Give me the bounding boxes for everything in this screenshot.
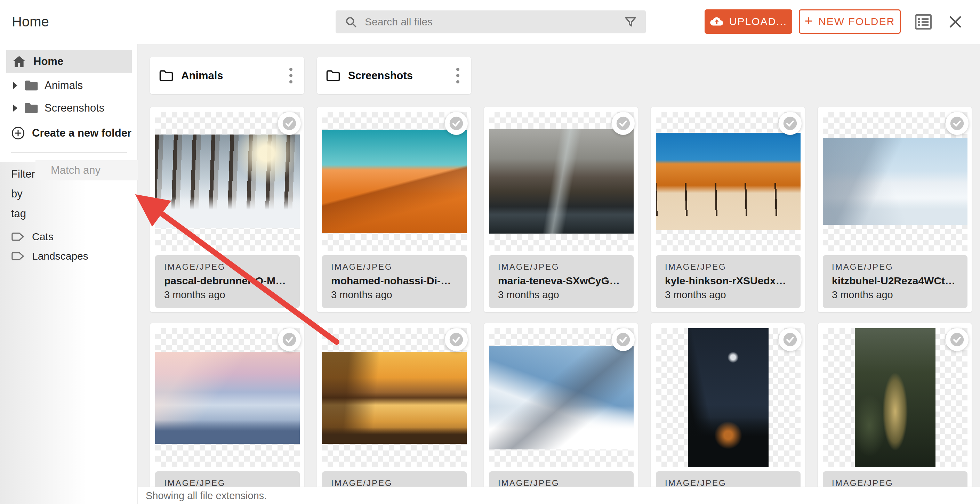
home-icon [13,55,26,68]
select-check-button[interactable] [946,112,969,135]
file-card[interactable]: IMAGE/JPEG [818,323,972,504]
plus-circle-icon [11,126,25,140]
search-bar[interactable] [336,10,646,33]
footer-status-bar: Showing all file extensions. [138,487,980,504]
upload-button[interactable]: UPLOAD... [705,10,792,34]
select-check-button[interactable] [445,112,468,135]
files-grid: IMAGE/JPEG pascal-debrunner-O-MGsHpNKgI.… [150,107,972,504]
file-thumb [688,328,768,467]
file-card[interactable]: IMAGE/JPEG maria-teneva-SXwCyG4FoPk-uns.… [484,107,638,313]
list-view-button[interactable] [914,13,933,31]
tag-icon [11,232,24,242]
folder-outline-icon [326,70,340,82]
match-any-value: Match any [51,164,100,176]
thumbnail-area [489,112,634,251]
select-check-button[interactable] [445,328,468,351]
file-type: IMAGE/JPEG [498,262,625,272]
file-info-panel: IMAGE/JPEG maria-teneva-SXwCyG4FoPk-uns.… [489,255,634,308]
folder-icon [24,80,38,91]
select-check-button[interactable] [779,328,802,351]
plus-icon: + [805,13,813,29]
thumbnail-area [155,328,300,467]
file-card[interactable]: IMAGE/JPEG kyle-hinkson-rXSUedxSyIs-unsp… [651,107,805,313]
sidebar-item-screenshots[interactable]: Screenshots [6,99,104,118]
file-type: IMAGE/JPEG [331,262,458,272]
close-button[interactable] [946,13,965,31]
kebab-menu-button[interactable] [453,65,462,86]
folder-cards-row: Animals Screenshots [150,57,972,94]
filter-funnel-icon[interactable] [624,16,637,28]
chevron-right-icon [13,105,18,111]
select-check-button[interactable] [612,112,635,135]
sidebar-item-label: Screenshots [45,102,104,114]
file-card[interactable]: IMAGE/JPEG [150,323,304,504]
upload-cloud-icon [710,14,724,29]
file-type: IMAGE/JPEG [832,262,958,272]
sidebar-item-label: Animals [45,79,83,92]
new-folder-label: NEW FOLDER [818,16,895,27]
file-age: 3 months ago [832,289,958,300]
file-info-panel: IMAGE/JPEG kyle-hinkson-rXSUedxSyIs-unsp… [656,255,800,308]
search-input[interactable] [365,16,617,28]
file-card[interactable]: IMAGE/JPEG [651,323,805,504]
kebab-menu-button[interactable] [286,65,295,86]
folder-outline-icon [159,70,173,82]
folder-card[interactable]: Animals [150,57,304,94]
file-thumb [489,346,634,450]
tag-label: Cats [32,231,54,243]
sidebar-divider [11,152,127,153]
file-info-panel: IMAGE/JPEG pascal-debrunner-O-MGsHpNKgI.… [155,255,300,308]
page-title: Home [12,14,49,30]
file-card[interactable]: IMAGE/JPEG pascal-debrunner-O-MGsHpNKgI.… [150,107,304,313]
select-check-button[interactable] [278,328,301,351]
filter-by-tag-label: Filter by tag [11,164,38,224]
file-type: IMAGE/JPEG [164,262,291,272]
file-name: kitzbuhel-U2Reza4WCtk-unsplas... [832,275,958,287]
search-icon [345,16,357,28]
select-check-button[interactable] [946,328,969,351]
file-thumb [823,138,967,225]
folder-icon [24,103,38,114]
file-thumb [155,352,300,444]
upload-label: UPLOAD... [729,16,787,27]
folder-name: Animals [181,70,279,82]
tag-label: Landscapes [32,250,88,262]
thumbnail-area [489,328,634,467]
file-card[interactable]: IMAGE/JPEG [484,323,638,504]
thumbnail-area [155,112,300,251]
file-thumb [155,135,300,228]
file-info-panel: IMAGE/JPEG mohamed-nohassi-Di-DmLD6cW8..… [322,255,467,308]
file-info-panel: IMAGE/JPEG kitzbuhel-U2Reza4WCtk-unsplas… [823,255,967,308]
content-area: Animals Screenshots IMAGE/JPEG pascal-de… [138,44,980,504]
tag-item[interactable]: Landscapes [11,247,88,265]
sidebar: Home Animals Screenshots Create a [0,44,138,504]
folder-name: Screenshots [348,70,446,82]
create-folder-label: Create a new folder [32,127,132,139]
file-card[interactable]: IMAGE/JPEG [317,323,471,504]
thumbnail-area [823,112,967,251]
sidebar-item-home[interactable]: Home [6,50,132,73]
chevron-right-icon [13,82,18,89]
folder-card[interactable]: Screenshots [317,57,471,94]
select-check-button[interactable] [612,328,635,351]
match-any-select[interactable]: Match any [35,160,138,180]
file-card[interactable]: IMAGE/JPEG kitzbuhel-U2Reza4WCtk-unsplas… [818,107,972,313]
sidebar-item-label: Home [33,55,63,68]
select-check-button[interactable] [779,112,802,135]
create-folder-button[interactable]: Create a new folder [8,123,132,143]
file-thumb [855,328,935,467]
file-thumb [322,352,467,444]
file-name: pascal-debrunner-O-MGsHpNKgI... [164,275,291,287]
file-age: 3 months ago [498,289,625,300]
select-check-button[interactable] [278,112,301,135]
new-folder-button[interactable]: + NEW FOLDER [799,10,901,34]
tag-item[interactable]: Cats [11,228,54,246]
file-thumb [489,129,634,234]
sidebar-item-animals[interactable]: Animals [6,76,83,95]
file-name: maria-teneva-SXwCyG4FoPk-uns... [498,275,625,287]
thumbnail-area [656,112,800,251]
file-card[interactable]: IMAGE/JPEG mohamed-nohassi-Di-DmLD6cW8..… [317,107,471,313]
file-type: IMAGE/JPEG [665,262,792,272]
file-age: 3 months ago [665,289,792,300]
close-icon [948,14,963,29]
